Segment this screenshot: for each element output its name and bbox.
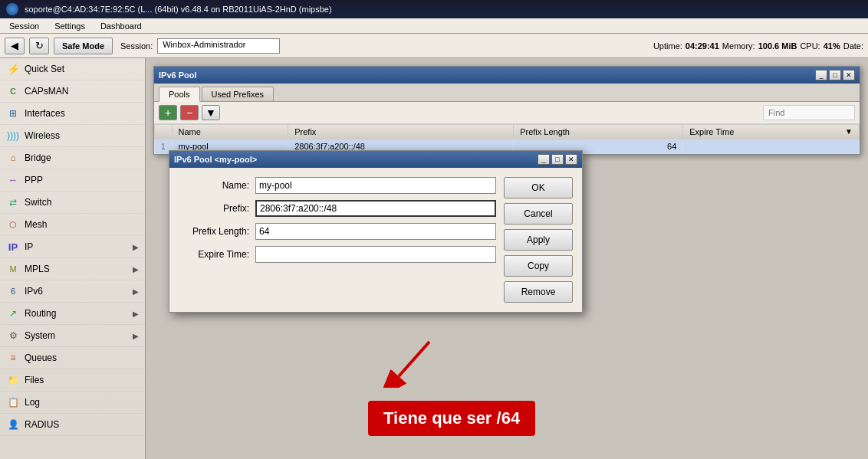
uptime-label: Uptime: <box>653 41 682 51</box>
col-prefix-length[interactable]: Prefix Length <box>514 125 683 139</box>
expire-time-input[interactable] <box>255 246 496 263</box>
ppp-icon: ↔ <box>6 173 20 187</box>
sidebar-item-label: Interfaces <box>25 108 65 119</box>
queues-icon: ≡ <box>6 351 20 365</box>
back-button[interactable]: ◀ <box>5 38 25 54</box>
col-prefix[interactable]: Prefix <box>288 125 514 139</box>
ok-button[interactable]: OK <box>504 177 573 198</box>
menu-bar: Session Settings Dashboard <box>0 18 868 34</box>
memory-value: 100.6 MiB <box>758 41 797 51</box>
sidebar-item-label: Quick Set <box>25 64 64 74</box>
sidebar-item-switch[interactable]: ⇄ Switch <box>0 192 145 214</box>
tab-pools[interactable]: Pools <box>159 87 200 102</box>
sidebar-item-routing[interactable]: ↗ Routing ▶ <box>0 303 145 325</box>
col-expire-time[interactable]: Expire Time ▼ <box>683 125 860 139</box>
sidebar-item-label: Switch <box>25 197 51 208</box>
modal-minimize-button[interactable]: _ <box>538 154 550 165</box>
sidebar-item-mpls[interactable]: M MPLS ▶ <box>0 258 145 280</box>
modal-title: IPv6 Pool <my-pool> <box>174 155 257 164</box>
sidebar-item-label: Log <box>25 397 40 408</box>
menu-settings[interactable]: Settings <box>48 21 91 31</box>
minimize-button[interactable]: _ <box>815 70 827 80</box>
cancel-button[interactable]: Cancel <box>504 203 573 225</box>
table-dropdown-icon[interactable]: ▼ <box>845 127 853 136</box>
list-toolbar: + − ▼ <box>154 102 860 124</box>
sidebar-item-label: MPLS <box>25 264 50 274</box>
sidebar-item-capsman[interactable]: C CAPsMAN <box>0 80 145 103</box>
apply-button[interactable]: Apply <box>504 229 573 251</box>
remove-button[interactable]: Remove <box>504 281 573 303</box>
filter-button[interactable]: ▼ <box>202 105 220 120</box>
prefix-input[interactable] <box>255 200 496 217</box>
mesh-icon: ⬡ <box>6 218 20 231</box>
title-bar: soporte@C4:AD:34:7E:92:5C (L... (64bit) … <box>0 0 868 18</box>
modal-maximize-button[interactable]: □ <box>551 154 564 165</box>
maximize-button[interactable]: □ <box>829 70 841 80</box>
safe-mode-button[interactable]: Safe Mode <box>54 38 113 54</box>
tab-used-prefixes[interactable]: Used Prefixes <box>202 87 274 101</box>
switch-icon: ⇄ <box>6 195 20 209</box>
menu-session[interactable]: Session <box>3 21 45 31</box>
modal-window-controls: _ □ ✕ <box>538 154 577 165</box>
session-label: Session: <box>120 41 153 51</box>
sidebar-item-mesh[interactable]: ⬡ Mesh <box>0 214 145 236</box>
date-label: Date: <box>843 41 863 51</box>
sidebar-item-log[interactable]: 📋 Log <box>0 392 145 414</box>
name-row: Name: <box>179 177 496 194</box>
modal-dialog: IPv6 Pool <my-pool> _ □ ✕ Name: Prefix: <box>169 150 583 313</box>
sidebar-item-interfaces[interactable]: ⊞ Interfaces <box>0 103 145 125</box>
sidebar-item-radius[interactable]: 👤 RADIUS <box>0 414 145 436</box>
add-button[interactable]: + <box>159 105 177 120</box>
copy-button[interactable]: Copy <box>504 255 573 277</box>
sidebar-item-label: Routing <box>25 308 56 319</box>
sidebar-item-system[interactable]: ⚙ System ▶ <box>0 325 145 347</box>
content-area: IPv6 Pool _ □ ✕ Pools Used Prefixes + − … <box>146 58 868 459</box>
close-button[interactable]: ✕ <box>843 70 855 80</box>
sidebar-item-label: RADIUS <box>25 419 59 430</box>
title-text: soporte@C4:AD:34:7E:92:5C (L... (64bit) … <box>25 5 332 14</box>
prefix-length-row: Prefix Length: <box>179 223 496 240</box>
expire-time-row: Expire Time: <box>179 246 496 263</box>
ipv6-icon: 6 <box>6 284 20 298</box>
sidebar-item-wireless[interactable]: )))) Wireless <box>0 125 145 147</box>
form-section: Name: Prefix: Prefix Length: Expire Time… <box>179 177 496 303</box>
sidebar-item-label: PPP <box>25 175 43 185</box>
modal-body: Name: Prefix: Prefix Length: Expire Time… <box>169 168 582 312</box>
sidebar-item-queues[interactable]: ≡ Queues <box>0 347 145 369</box>
sidebar-item-ipv6[interactable]: 6 IPv6 ▶ <box>0 280 145 303</box>
prefix-length-input[interactable] <box>255 223 496 240</box>
window-controls: _ □ ✕ <box>815 70 855 80</box>
memory-label: Memory: <box>722 41 755 51</box>
row-expire-time <box>683 139 860 154</box>
find-input[interactable] <box>763 105 855 120</box>
sidebar-item-ppp[interactable]: ↔ PPP <box>0 169 145 192</box>
sidebar-item-label: Mesh <box>25 219 47 230</box>
sidebar-item-label: Bridge <box>25 152 51 163</box>
arrow-svg <box>383 334 445 388</box>
modal-close-button[interactable]: ✕ <box>565 154 577 165</box>
tab-bar: Pools Used Prefixes <box>154 84 860 102</box>
name-input[interactable] <box>255 177 496 194</box>
sidebar-item-quick-set[interactable]: ⚡ Quick Set <box>0 58 145 80</box>
modal-title-bar[interactable]: IPv6 Pool <my-pool> _ □ ✕ <box>169 151 582 168</box>
sidebar-item-ip[interactable]: IP IP ▶ <box>0 236 145 258</box>
remove-button[interactable]: − <box>180 105 199 120</box>
cpu-label: CPU: <box>800 41 820 51</box>
radius-icon: 👤 <box>6 418 20 431</box>
ipv6-pool-title-bar[interactable]: IPv6 Pool _ □ ✕ <box>154 67 860 84</box>
expire-time-label: Expire Time: <box>179 249 255 260</box>
sidebar-item-bridge[interactable]: ⌂ Bridge <box>0 147 145 169</box>
sidebar-item-files[interactable]: 📁 Files <box>0 369 145 392</box>
sidebar-item-label: System <box>25 330 55 341</box>
refresh-button[interactable]: ↻ <box>29 38 49 54</box>
sidebar-item-label: CAPsMAN <box>25 86 68 97</box>
app-logo <box>6 3 18 15</box>
svg-line-1 <box>399 342 429 376</box>
bridge-icon: ⌂ <box>6 151 20 165</box>
sidebar-item-label: IP <box>25 241 33 252</box>
main-layout: ⚡ Quick Set C CAPsMAN ⊞ Interfaces )))) … <box>0 58 868 459</box>
wireless-icon: )))) <box>6 129 20 143</box>
col-name[interactable]: Name <box>172 125 288 139</box>
menu-dashboard[interactable]: Dashboard <box>94 21 148 31</box>
routing-icon: ↗ <box>6 307 20 320</box>
